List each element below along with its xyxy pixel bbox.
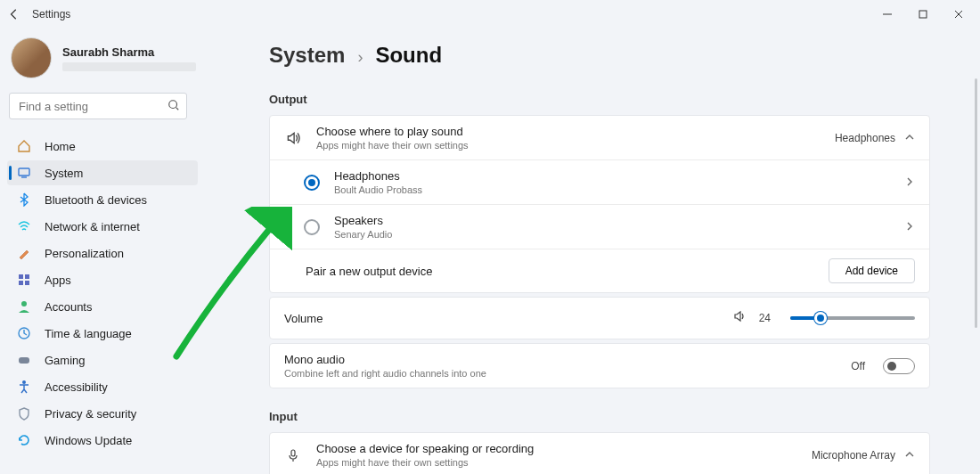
choose-input-row[interactable]: Choose a device for speaking or recordin… xyxy=(270,433,929,474)
arrow-left-icon xyxy=(8,8,20,20)
svg-rect-14 xyxy=(291,450,295,456)
nav-label: Accounts xyxy=(45,300,92,314)
svg-line-3 xyxy=(176,108,179,110)
nav-system[interactable]: System xyxy=(7,160,198,185)
nav-personalization[interactable]: Personalization xyxy=(7,241,198,266)
row-value: Headphones xyxy=(835,132,895,144)
speaker-icon xyxy=(284,130,302,146)
volume-icon[interactable] xyxy=(732,309,747,327)
section-output: Output xyxy=(269,93,930,106)
toggle-state: Off xyxy=(851,360,865,372)
nav-accessibility[interactable]: Accessibility xyxy=(7,374,198,399)
device-sub: Senary Audio xyxy=(334,229,904,240)
breadcrumb-parent[interactable]: System xyxy=(269,43,345,68)
user-email-placeholder xyxy=(62,62,196,71)
nav-home[interactable]: Home xyxy=(7,134,198,159)
maximize-button[interactable] xyxy=(905,2,941,27)
nav-label: Home xyxy=(45,140,76,153)
svg-rect-7 xyxy=(25,274,29,279)
nav-bluetooth[interactable]: Bluetooth & devices xyxy=(7,187,198,212)
microphone-icon xyxy=(284,448,302,462)
device-name: Speakers xyxy=(334,214,904,227)
close-button[interactable] xyxy=(941,2,976,27)
nav-label: Accessibility xyxy=(45,380,108,394)
volume-slider[interactable] xyxy=(790,316,915,320)
mono-row[interactable]: Mono audio Combine left and right audio … xyxy=(270,344,929,388)
chevron-right-icon xyxy=(904,219,915,235)
output-device-headphones[interactable]: Headphones Boult Audio Probass xyxy=(270,159,929,204)
nav-label: Windows Update xyxy=(45,434,132,447)
row-title: Choose a device for speaking or recordin… xyxy=(316,442,812,455)
minimize-button[interactable] xyxy=(870,2,905,27)
row-subtitle: Apps might have their own settings xyxy=(316,140,835,151)
nav-list: Home System Bluetooth & devices Network … xyxy=(7,134,198,453)
output-device-speakers[interactable]: Speakers Senary Audio xyxy=(270,204,929,249)
radio-unselected[interactable] xyxy=(304,219,320,235)
apps-icon xyxy=(16,272,32,288)
network-icon xyxy=(16,218,32,234)
avatar xyxy=(11,37,52,78)
accessibility-icon xyxy=(16,379,32,395)
radio-selected[interactable] xyxy=(304,175,320,191)
svg-rect-4 xyxy=(19,168,29,176)
svg-rect-8 xyxy=(19,281,23,285)
nav-gaming[interactable]: Gaming xyxy=(7,347,198,372)
nav-update[interactable]: Windows Update xyxy=(7,428,198,453)
slider-thumb[interactable] xyxy=(814,312,827,324)
mono-card: Mono audio Combine left and right audio … xyxy=(269,343,930,388)
row-title: Choose where to play sound xyxy=(316,125,835,138)
input-card: Choose a device for speaking or recordin… xyxy=(269,432,930,474)
svg-rect-12 xyxy=(19,357,29,364)
volume-value: 24 xyxy=(759,312,771,324)
nav-network[interactable]: Network & internet xyxy=(7,214,198,239)
choose-output-row[interactable]: Choose where to play sound Apps might ha… xyxy=(270,116,929,159)
chevron-up-icon xyxy=(904,130,915,146)
nav-label: System xyxy=(45,167,83,180)
nav-accounts[interactable]: Accounts xyxy=(7,294,198,319)
user-name: Saurabh Sharma xyxy=(62,45,196,59)
back-button[interactable] xyxy=(4,4,25,25)
pair-label: Pair a new output device xyxy=(306,265,432,278)
search-box[interactable] xyxy=(9,93,187,119)
nav-label: Bluetooth & devices xyxy=(45,193,147,207)
volume-card: Volume 24 xyxy=(269,297,930,339)
main-content: System › Sound Output Choose where to pl… xyxy=(205,29,980,474)
nav-label: Apps xyxy=(45,274,71,287)
system-icon xyxy=(16,165,32,181)
nav-privacy[interactable]: Privacy & security xyxy=(7,401,198,426)
output-card: Choose where to play sound Apps might ha… xyxy=(269,115,930,293)
mono-toggle[interactable] xyxy=(883,358,915,374)
nav-time[interactable]: Time & language xyxy=(7,321,198,346)
svg-point-2 xyxy=(169,101,177,109)
mono-title: Mono audio xyxy=(284,353,851,366)
personalization-icon xyxy=(16,245,32,261)
svg-rect-1 xyxy=(919,11,927,18)
section-input: Input xyxy=(269,410,930,423)
search-icon xyxy=(167,99,180,115)
chevron-up-icon xyxy=(904,447,915,463)
svg-rect-9 xyxy=(25,281,29,285)
svg-point-10 xyxy=(21,301,27,306)
nav-apps[interactable]: Apps xyxy=(7,267,198,292)
svg-rect-6 xyxy=(19,274,23,279)
search-input[interactable] xyxy=(9,93,187,119)
scrollbar[interactable] xyxy=(975,78,977,328)
time-icon xyxy=(16,325,32,341)
gaming-icon xyxy=(16,352,32,368)
device-sub: Boult Audio Probass xyxy=(334,184,904,195)
volume-label: Volume xyxy=(284,312,323,325)
bluetooth-icon xyxy=(16,192,32,208)
sidebar: Saurabh Sharma Home System Bluetooth & d… xyxy=(0,29,205,474)
row-value: Microphone Array xyxy=(812,449,895,462)
chevron-right-icon: › xyxy=(357,48,363,67)
nav-label: Time & language xyxy=(45,327,132,340)
home-icon xyxy=(16,138,32,154)
pair-output-row: Pair a new output device Add device xyxy=(270,249,929,292)
breadcrumb: System › Sound xyxy=(269,43,930,68)
profile-block[interactable]: Saurabh Sharma xyxy=(7,34,198,89)
window-title: Settings xyxy=(32,8,70,20)
minimize-icon xyxy=(883,10,892,19)
chevron-right-icon xyxy=(904,175,915,191)
device-name: Headphones xyxy=(334,169,904,183)
add-device-button[interactable]: Add device xyxy=(829,258,915,283)
